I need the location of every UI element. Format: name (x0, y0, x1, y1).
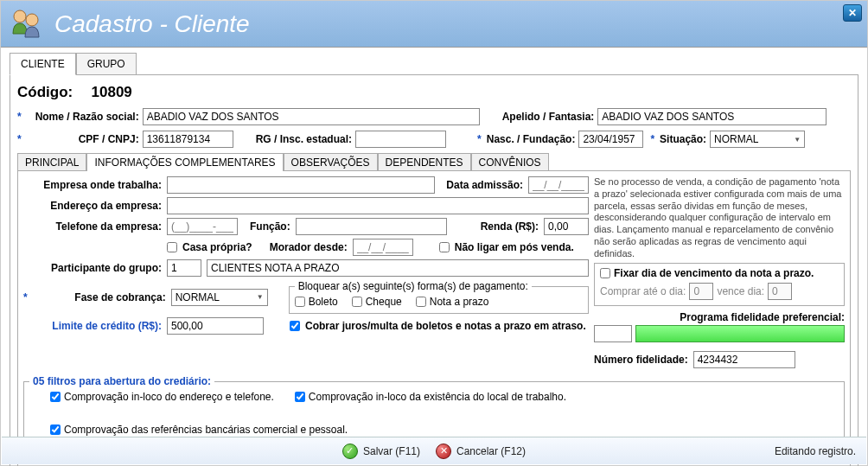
asterisk: * (23, 291, 29, 303)
cancel-label: Cancelar (F12) (456, 445, 526, 457)
x-icon: ✕ (436, 444, 451, 459)
codigo-label: Código: (17, 84, 73, 100)
cobrar-label: Cobrar juros/multa de boletos e notas a … (305, 320, 586, 332)
header-bar: Cadastro - Cliente ✕ (1, 1, 867, 48)
morador-input[interactable] (353, 239, 413, 256)
f2-label: Comprovação in-loco da existência do loc… (309, 391, 566, 403)
fidelidade-code-input[interactable] (594, 325, 632, 342)
tel-label: Telefone da empresa: (23, 220, 162, 233)
cb-nota-label: Nota a prazo (430, 296, 489, 308)
chevron-down-icon: ▼ (257, 293, 264, 301)
casa-label: Casa própria? (182, 241, 252, 253)
cb-nota[interactable] (416, 297, 426, 307)
f1-checkbox[interactable] (50, 392, 61, 402)
renda-label: Renda (R$): (481, 220, 539, 233)
header-title: Cadastro - Cliente (54, 10, 250, 38)
fase-value: NORMAL (176, 291, 220, 303)
codigo-row: Código: 10809 (17, 84, 851, 101)
end-input[interactable] (167, 197, 589, 214)
apelido-input[interactable] (597, 108, 827, 125)
limite-label: Limite de crédito (R$): (23, 320, 162, 332)
casa-checkbox[interactable] (167, 242, 177, 252)
compraate-input (689, 283, 713, 300)
cb-boleto[interactable] (295, 297, 305, 307)
cb-cheque[interactable] (352, 297, 362, 307)
check-icon: ✓ (342, 444, 358, 459)
asterisk: * (477, 133, 483, 145)
nome-label: Nome / Razão social: (27, 111, 139, 123)
codigo-value: 10809 (92, 84, 132, 100)
subtab-observacoes[interactable]: OBSERVAÇÕES (284, 153, 378, 171)
fidelidade-name-input[interactable] (635, 325, 845, 342)
status-text: Editando registro. (775, 445, 856, 457)
situacao-combo[interactable]: NORMAL ▼ (710, 131, 805, 148)
numfidel-label: Número fidelidade: (594, 354, 688, 366)
renda-input[interactable] (544, 218, 589, 235)
func-input[interactable] (296, 218, 447, 235)
filtros-legend: 05 filtros para abertura do crediário: (29, 375, 214, 387)
nasc-input[interactable] (578, 131, 643, 148)
compraate-label: Comprar até o dia: (600, 285, 686, 297)
adm-input[interactable] (528, 176, 589, 194)
subtab-principal[interactable]: PRINCIPAL (17, 153, 86, 171)
subtab-infos[interactable]: INFORMAÇÕES COMPLEMENTARES (86, 153, 283, 171)
naoligar-checkbox[interactable] (439, 242, 450, 252)
asterisk: * (17, 133, 23, 145)
f3-label: Comprovação das referências bancárias co… (64, 424, 348, 436)
tab-grupo[interactable]: GRUPO (76, 53, 137, 75)
grupo-nome-input[interactable] (207, 259, 589, 277)
numfidel-input[interactable] (693, 351, 795, 368)
asterisk: * (650, 133, 656, 145)
f2-checkbox[interactable] (295, 392, 305, 402)
limite-input[interactable] (167, 317, 264, 335)
content-panel: Código: 10809 * Nome / Razão social: Ape… (10, 74, 858, 466)
bloquear-fieldset: Bloquear a(s) seguinte(s) forma(s) de pa… (289, 280, 589, 314)
func-label: Função: (250, 220, 290, 233)
subtab-dependentes[interactable]: DEPENDENTES (378, 153, 471, 171)
fase-label: Fase de cobrança: (35, 291, 166, 303)
vencedia-input (768, 283, 792, 300)
subtab-convenios[interactable]: CONVÊNIOS (471, 153, 549, 171)
cpf-input[interactable] (143, 131, 233, 148)
asterisk: * (17, 111, 23, 123)
sub-tab-bar: PRINCIPAL INFORMAÇÕES COMPLEMENTARES OBS… (17, 153, 851, 171)
bloquear-legend: Bloquear a(s) seguinte(s) forma(s) de pa… (295, 280, 532, 292)
fase-combo[interactable]: NORMAL ▼ (171, 289, 268, 306)
nasc-label: Nasc. / Fundação: (487, 133, 576, 145)
close-icon: ✕ (848, 7, 857, 19)
vencedia-label: vence dia: (717, 285, 764, 297)
rg-label: RG / Insc. estadual: (256, 133, 352, 145)
emp-input[interactable] (167, 176, 435, 194)
svg-point-1 (26, 14, 38, 26)
fidelidade-label: Programa fidelidade preferencial: (594, 311, 845, 323)
cb-cheque-label: Cheque (366, 296, 402, 308)
f3-checkbox[interactable] (50, 425, 61, 435)
cancel-button[interactable]: ✕ Cancelar (F12) (436, 444, 526, 459)
cpf-label: CPF / CNPJ: (27, 133, 139, 145)
people-icon (8, 6, 44, 42)
grupo-label: Participante do grupo: (23, 262, 162, 274)
situacao-value: NORMAL (714, 133, 758, 145)
save-label: Salvar (F11) (363, 445, 420, 457)
sub-panel: Empresa onde trabalha: Data admissão: En… (17, 170, 851, 466)
naoligar-label: Não ligar em pós venda. (455, 241, 574, 253)
f1-label: Comprovação in-loco do endereço e telefo… (64, 391, 274, 403)
tel-input[interactable] (167, 218, 238, 235)
fixdia-checkbox[interactable] (600, 268, 610, 278)
end-label: Endereço da empresa: (23, 200, 162, 212)
adm-label: Data admissão: (446, 179, 523, 191)
emp-label: Empresa onde trabalha: (23, 179, 162, 191)
save-button[interactable]: ✓ Salvar (F11) (342, 444, 420, 459)
fixdia-label: Fixar dia de vencimento da nota a prazo. (614, 267, 814, 279)
tab-cliente[interactable]: CLIENTE (10, 53, 76, 75)
morador-label: Morador desde: (270, 241, 348, 253)
svg-point-0 (14, 10, 26, 22)
grupo-num-input[interactable] (167, 259, 201, 277)
situacao-label: Situação: (660, 133, 706, 145)
nome-input[interactable] (143, 108, 480, 125)
close-button[interactable]: ✕ (843, 4, 862, 22)
chevron-down-icon: ▼ (794, 136, 801, 144)
cobrar-checkbox[interactable] (290, 321, 300, 331)
rg-input[interactable] (355, 131, 446, 148)
fixdia-box: Fixar dia de vencimento da nota a prazo.… (594, 263, 845, 306)
